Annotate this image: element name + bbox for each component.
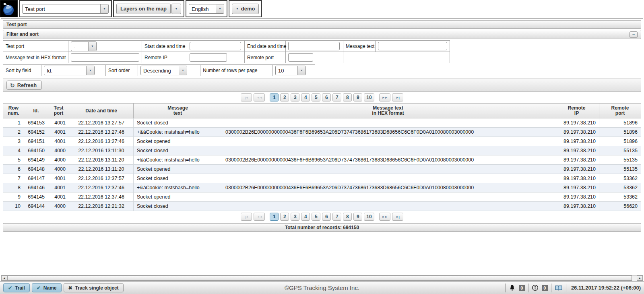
table-cell: 0300002B26E00000000000436F6F6B69653A206D… bbox=[222, 128, 554, 137]
pager-page-button[interactable]: 4 bbox=[301, 93, 310, 101]
trail-label: Trail bbox=[15, 285, 25, 291]
table-cell: 89.197.38.210 bbox=[554, 118, 599, 128]
track-single-object-button[interactable]: ✖ Track single object bbox=[64, 283, 124, 292]
column-header: Id. bbox=[24, 104, 48, 118]
table-cell bbox=[222, 118, 554, 128]
scrollbar-thumb[interactable] bbox=[7, 275, 632, 281]
pager-last-button[interactable]: ►| bbox=[392, 93, 403, 101]
pager-page-button[interactable]: 5 bbox=[312, 213, 320, 221]
table-cell: 53362 bbox=[599, 193, 641, 202]
pager-next-button[interactable]: ►► bbox=[379, 93, 390, 101]
name-toggle-button[interactable]: ✔ Name bbox=[32, 283, 62, 292]
sort-by-select[interactable]: Id. ▼ bbox=[44, 66, 95, 75]
pager-page-button[interactable]: 4 bbox=[301, 213, 310, 221]
remote-port-input[interactable] bbox=[288, 53, 313, 62]
table-cell: 5 bbox=[3, 155, 24, 165]
table-row: 6694148400022.12.2016 13:11:20Socket ope… bbox=[3, 165, 641, 174]
pager-next-button[interactable]: ►► bbox=[379, 213, 390, 221]
pager-page-button[interactable]: 8 bbox=[343, 93, 352, 101]
pager-page-button[interactable]: 3 bbox=[291, 93, 299, 101]
check-icon: ✔ bbox=[8, 285, 12, 291]
table-cell: +&àCookie: mstshash=hello bbox=[134, 183, 222, 193]
pager-page-button[interactable]: 9 bbox=[353, 213, 362, 221]
rows-per-page-select[interactable]: 10 ▼ bbox=[275, 66, 306, 75]
pager-page-button[interactable]: 3 bbox=[291, 213, 299, 221]
table-cell: 55135 bbox=[599, 146, 641, 155]
user-menu-button[interactable]: ▼demo bbox=[232, 4, 259, 14]
pager-page-button[interactable]: 2 bbox=[280, 213, 289, 221]
port-select[interactable]: Test port ▼ bbox=[22, 4, 109, 14]
column-header: Remote IP bbox=[554, 104, 599, 118]
hex-input[interactable] bbox=[71, 53, 139, 62]
pager-page-button[interactable]: 1 bbox=[270, 213, 279, 221]
table-cell: 22.12.2016 12:37:46 bbox=[69, 193, 134, 202]
chevron-down-icon: ▼ bbox=[175, 7, 178, 10]
language-select[interactable]: English ▼ bbox=[189, 4, 224, 14]
pager-page-button[interactable]: 9 bbox=[353, 93, 362, 101]
separator bbox=[505, 284, 506, 292]
table-cell: Socket closed bbox=[134, 174, 222, 183]
pager-page-button[interactable]: 6 bbox=[322, 93, 331, 101]
scroll-left-button[interactable]: ◄ bbox=[1, 275, 7, 281]
table-cell: 4001 bbox=[48, 174, 69, 183]
pager-page-button[interactable]: 6 bbox=[322, 213, 331, 221]
pager-page-button[interactable]: 10 bbox=[364, 93, 374, 101]
language-select-value: English bbox=[189, 4, 216, 13]
table-cell bbox=[222, 174, 554, 183]
info-count-badge: 0 bbox=[542, 285, 548, 291]
end-date-label: End date and time bbox=[245, 41, 286, 52]
bell-icon[interactable] bbox=[509, 284, 516, 291]
layers-button[interactable]: Layers on the map bbox=[116, 4, 171, 14]
refresh-button[interactable]: ↻ Refresh bbox=[6, 81, 42, 90]
separator bbox=[566, 284, 566, 292]
globe-logo-icon bbox=[1, 1, 17, 17]
table-cell: 4000 bbox=[48, 202, 69, 211]
pager-page-button[interactable]: 8 bbox=[343, 213, 352, 221]
column-header: Remote port bbox=[599, 104, 641, 118]
remote-ip-input[interactable] bbox=[190, 53, 227, 62]
hex-label: Message text in HEX format bbox=[3, 52, 68, 63]
name-label: Name bbox=[43, 285, 57, 291]
pager-page-button[interactable]: 7 bbox=[332, 93, 341, 101]
end-date-input[interactable] bbox=[288, 42, 340, 50]
log-table-body: 1694153400122.12.2016 13:27:57Socket clo… bbox=[3, 118, 641, 211]
status-bar: ©GPS Tracking System Inc. ✔ Trail ✔ Name… bbox=[0, 281, 644, 294]
table-cell bbox=[222, 165, 554, 174]
pagination-top: |◄◄◄12345678910►►►| bbox=[3, 92, 641, 103]
start-date-input[interactable] bbox=[190, 42, 241, 50]
filter-port-select[interactable]: - ▼ bbox=[71, 41, 97, 51]
pager-page-button[interactable]: 1 bbox=[270, 93, 279, 101]
pager-page-button[interactable]: 2 bbox=[280, 93, 289, 101]
message-text-input[interactable] bbox=[378, 42, 447, 50]
table-cell: 4001 bbox=[48, 128, 69, 137]
pager-page-button[interactable]: 5 bbox=[312, 93, 320, 101]
table-cell: 89.197.38.210 bbox=[554, 193, 599, 202]
table-cell: 89.197.38.210 bbox=[554, 202, 599, 211]
pager-page-button[interactable]: 7 bbox=[332, 213, 341, 221]
table-cell: Socket opened bbox=[134, 193, 222, 202]
horizontal-scrollbar[interactable]: ◄ ► bbox=[1, 275, 643, 281]
remote-ip-label: Remote IP bbox=[142, 52, 187, 63]
refresh-label: Refresh bbox=[17, 82, 37, 88]
collapse-button[interactable]: − bbox=[630, 31, 638, 38]
table-cell: 4001 bbox=[48, 183, 69, 193]
scroll-right-button[interactable]: ► bbox=[637, 275, 643, 281]
table-cell: 4 bbox=[3, 146, 24, 155]
language-group: English ▼ bbox=[186, 0, 227, 17]
table-cell: 53362 bbox=[599, 183, 641, 193]
table-cell: 89.197.38.210 bbox=[554, 165, 599, 174]
log-book-icon[interactable] bbox=[555, 284, 563, 291]
separator bbox=[528, 284, 528, 292]
info-icon[interactable] bbox=[532, 284, 539, 291]
trail-toggle-button[interactable]: ✔ Trail bbox=[3, 283, 30, 292]
top-toolbar: Test port ▼ Layers on the map ▼ English … bbox=[0, 0, 263, 17]
pager-page-button[interactable]: 10 bbox=[364, 213, 374, 221]
layers-dropdown-button[interactable]: ▼ bbox=[171, 4, 181, 14]
table-cell: +&àCookie: mstshash=hello bbox=[134, 128, 222, 137]
table-row: 7694147400122.12.2016 12:37:57Socket clo… bbox=[3, 174, 641, 183]
table-row: 5694149400022.12.2016 13:11:20+&àCookie:… bbox=[3, 155, 641, 165]
pager-last-button[interactable]: ►| bbox=[392, 213, 403, 221]
sort-order-select[interactable]: Descending ▼ bbox=[140, 66, 187, 75]
table-row: 8694146400122.12.2016 12:37:46+&àCookie:… bbox=[3, 183, 641, 193]
sort-order-select-value: Descending bbox=[141, 66, 179, 75]
